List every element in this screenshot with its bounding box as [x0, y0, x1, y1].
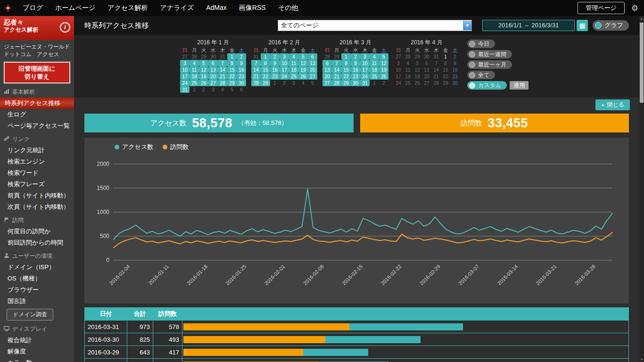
calendar-day[interactable]: 2 — [280, 80, 289, 86]
calendar-day[interactable]: 14 — [251, 66, 261, 73]
calendar-day[interactable]: 20 — [422, 73, 431, 80]
calendar-day[interactable]: 2 — [450, 53, 460, 60]
calendar-day[interactable]: 29 — [199, 53, 208, 60]
sidebar-item[interactable]: リンク元統計 — [0, 145, 74, 156]
calendar-day[interactable]: 5 — [227, 86, 237, 93]
calendar-day[interactable]: 2 — [351, 53, 360, 60]
calendar-day[interactable]: 26 — [379, 73, 388, 80]
calendar-day[interactable]: 11 — [403, 66, 413, 73]
calendar-day[interactable]: 18 — [403, 73, 413, 80]
calendar-day[interactable]: 20 — [322, 73, 332, 80]
calendar-day[interactable]: 22 — [341, 73, 351, 80]
calendar-day[interactable]: 9 — [351, 60, 360, 66]
calendar-day[interactable]: 1 — [441, 53, 450, 60]
topbar-menu-item[interactable]: アクセス解析 — [107, 4, 148, 12]
calendar-day[interactable]: 23 — [237, 73, 246, 80]
calendar-day[interactable]: 27 — [180, 53, 190, 60]
calendar-day[interactable]: 30 — [237, 80, 246, 86]
calendar-day[interactable]: 18 — [370, 66, 379, 73]
calendar-day[interactable]: 3 — [180, 60, 190, 66]
sidebar-item[interactable]: 解像度 — [0, 346, 74, 357]
calendar-day[interactable]: 5 — [379, 53, 388, 60]
calendar-day[interactable]: 22 — [261, 73, 270, 80]
calendar-day[interactable]: 21 — [431, 73, 441, 80]
calendar-day[interactable]: 29 — [227, 80, 237, 86]
calendar-day[interactable]: 24 — [360, 73, 370, 80]
calendar-day[interactable]: 20 — [208, 73, 218, 80]
settings-gear-icon[interactable]: ⚙ — [631, 4, 638, 12]
calendar-day[interactable]: 23 — [450, 73, 460, 80]
calendar-day[interactable]: 7 — [332, 60, 341, 66]
calendar-day[interactable]: 1 — [341, 53, 351, 60]
calendar-day[interactable]: 28 — [218, 80, 227, 86]
calendar-day[interactable]: 29 — [261, 80, 270, 86]
calendar-day[interactable]: 1 — [227, 53, 237, 60]
calendar-day[interactable]: 24 — [180, 80, 190, 86]
calendar-day[interactable]: 3 — [280, 53, 289, 60]
calendar-day[interactable]: 31 — [180, 86, 190, 93]
calendar-day[interactable]: 15 — [261, 66, 270, 73]
calendar-day[interactable]: 4 — [218, 86, 227, 93]
calendar-day[interactable]: 8 — [261, 60, 270, 66]
sidebar-item[interactable]: OS（機種） — [0, 273, 74, 284]
calendar-day[interactable]: 1 — [370, 80, 379, 86]
calendar-day[interactable]: 29 — [413, 53, 422, 60]
calendar-icon[interactable]: ▦ — [577, 20, 588, 31]
calendar-day[interactable]: 12 — [298, 60, 308, 66]
calendar-day[interactable]: 29 — [332, 53, 341, 60]
calendar-day[interactable]: 27 — [308, 73, 317, 80]
scrollbar[interactable]: ▲ ▼ — [639, 16, 644, 362]
domain-check-button[interactable]: ドメイン調査 — [7, 309, 53, 321]
calendar-day[interactable]: 12 — [199, 66, 208, 73]
topbar-menu-item[interactable]: アナライズ — [160, 4, 194, 12]
calendar-day[interactable]: 6 — [208, 60, 218, 66]
calendar-day[interactable]: 12 — [379, 60, 388, 66]
calendar-day[interactable]: 6 — [422, 60, 431, 66]
calendar-day[interactable]: 4 — [370, 53, 379, 60]
calendar-day[interactable]: 26 — [298, 73, 308, 80]
ninja-analytics-logo[interactable]: 忍者々 アクセス解析 i — [0, 16, 74, 40]
calendar-day[interactable]: 2 — [379, 80, 388, 86]
calendar-day[interactable]: 8 — [341, 60, 351, 66]
calendar-day[interactable]: 27 — [208, 80, 218, 86]
calendar-day[interactable]: 17 — [280, 66, 289, 73]
calendar-day[interactable]: 23 — [351, 73, 360, 80]
sidebar-item[interactable]: 何度目の訪問か — [0, 226, 74, 237]
calendar-day[interactable]: 30 — [208, 53, 218, 60]
calendar-day[interactable]: 5 — [199, 60, 208, 66]
calendar-day[interactable]: 26 — [199, 80, 208, 86]
calendar-day[interactable]: 10 — [280, 60, 289, 66]
calendar-day[interactable]: 25 — [370, 73, 379, 80]
calendar-day[interactable]: 17 — [180, 73, 190, 80]
range-quick-button[interactable]: 最近一ヶ月 — [467, 60, 512, 69]
calendar-day[interactable]: 11 — [370, 60, 379, 66]
calendar-day[interactable]: 9 — [270, 60, 280, 66]
sidebar-item[interactable]: 時系列アクセス推移 — [0, 98, 74, 109]
calendar-day[interactable]: 18 — [289, 66, 298, 73]
page-filter-select[interactable]: 全てのページ ▼ — [278, 20, 472, 31]
calendar-day[interactable]: 21 — [251, 73, 261, 80]
calendar-day[interactable]: 28 — [251, 80, 261, 86]
graph-toggle-button[interactable]: グラフ — [593, 20, 629, 31]
sidebar-item[interactable]: カラー数 — [0, 357, 74, 362]
sidebar-item[interactable]: 生ログ — [0, 109, 74, 120]
calendar-day[interactable]: 21 — [218, 73, 227, 80]
calendar-day[interactable]: 19 — [298, 66, 308, 73]
topbar-menu-item[interactable]: ホームページ — [55, 4, 95, 12]
calendar-day[interactable]: 10 — [360, 60, 370, 66]
admin-page-button[interactable]: 管理ページ — [578, 2, 625, 14]
calendar-day[interactable]: 15 — [227, 66, 237, 73]
info-icon[interactable]: i — [60, 22, 70, 33]
sidebar-item[interactable]: ドメイン（ISP） — [0, 262, 74, 273]
calendar-day[interactable]: 31 — [218, 53, 227, 60]
calendar-day[interactable]: 22 — [227, 73, 237, 80]
calendar-day[interactable]: 28 — [332, 80, 341, 86]
calendar-day[interactable]: 14 — [332, 66, 341, 73]
calendar-day[interactable]: 29 — [341, 80, 351, 86]
calendar-day[interactable]: 11 — [190, 66, 199, 73]
calendar-day[interactable]: 31 — [431, 53, 441, 60]
calendar-day[interactable]: 7 — [251, 60, 261, 66]
sidebar-item[interactable]: 複合統計 — [0, 335, 74, 346]
sidebar-item[interactable]: 検索エンジン — [0, 156, 74, 167]
calendar-day[interactable]: 21 — [332, 73, 341, 80]
